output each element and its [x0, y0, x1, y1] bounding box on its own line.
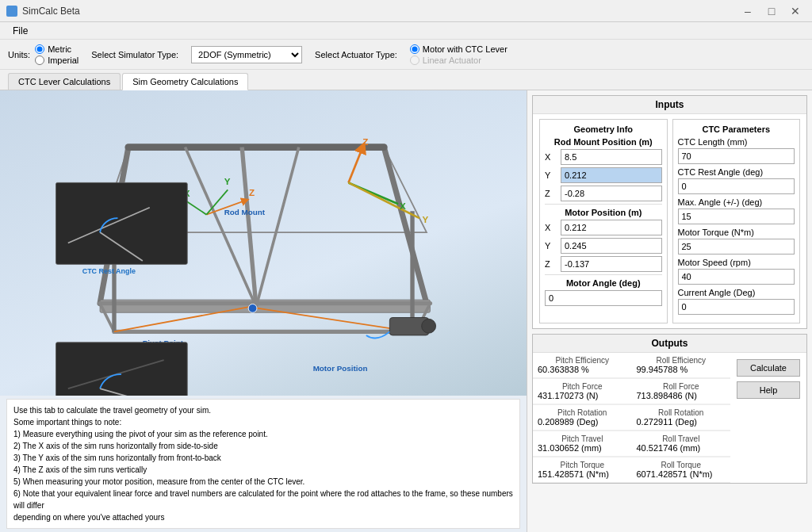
inputs-panel: Inputs Geometry Info Rod Mount Position … — [532, 95, 807, 329]
motor-x-input[interactable] — [561, 220, 662, 235]
svg-text:Y: Y — [224, 176, 231, 186]
tabs-bar: CTC Lever Calculations Sim Geometry Calc… — [0, 70, 812, 90]
info-line3: 1) Measure everything using the pivot of… — [13, 428, 513, 440]
motor-x-label: X — [545, 223, 557, 232]
rod-y-label: Y — [545, 170, 557, 180]
ctc-rest-field: CTC Rest Angle (deg) — [678, 167, 795, 194]
svg-line-17 — [186, 201, 207, 215]
motor-torque-input[interactable] — [678, 239, 795, 255]
metric-radio[interactable] — [35, 44, 44, 54]
pitch-eff-label: Pitch Efficiency — [538, 356, 627, 365]
geometry-info-panel: Geometry Info Rod Mount Position (m) X Y… — [539, 119, 668, 323]
calculate-button[interactable]: Calculate — [737, 359, 800, 377]
ctc-params-panel: CTC Parameters CTC Length (mm) CTC Rest … — [672, 119, 801, 323]
pitch-force-value: 431.170273 (N) — [538, 391, 627, 400]
pitch-force-cell: Pitch Force 431.170273 (N) — [533, 379, 632, 404]
tab-ctc-lever[interactable]: CTC Lever Calculations — [8, 73, 121, 90]
rod-x-label: X — [545, 152, 557, 162]
info-line7: 5) When measuring your motor position, m… — [13, 476, 513, 488]
svg-text:Motor Position: Motor Position — [313, 364, 368, 373]
minimize-button[interactable]: – — [737, 3, 758, 19]
motor-z-label: Z — [545, 259, 557, 269]
linear-radio[interactable] — [410, 55, 419, 65]
roll-torque-cell: Roll Torque 6071.428571 (N*m) — [632, 457, 731, 483]
info-line5: 3) The Y axis of the sim runs horizontal… — [13, 452, 513, 464]
geometry-info-title: Geometry Info — [545, 124, 662, 134]
imperial-radio[interactable] — [35, 55, 44, 65]
actuator-radio-group: Motor with CTC Lever Linear Actuator — [410, 44, 508, 65]
sim-type-select[interactable]: 2DOF (Symmetric) 2DOF (Asymmetric) 3DOF — [191, 46, 302, 63]
outputs-title: Outputs — [533, 335, 806, 353]
svg-text:Rod Mount: Rod Mount — [224, 208, 266, 216]
inputs-title: Inputs — [533, 96, 806, 114]
motor-ctc-label[interactable]: Motor with CTC Lever — [410, 44, 508, 54]
max-angle-input[interactable] — [678, 209, 795, 224]
info-text: Use this tab to calculate the travel geo… — [6, 399, 520, 529]
window-controls: – □ ✕ — [737, 3, 806, 19]
svg-text:X: X — [400, 201, 406, 211]
rod-z-input[interactable] — [561, 186, 662, 201]
action-buttons: Calculate Help — [730, 353, 806, 483]
maximize-button[interactable]: □ — [761, 3, 782, 19]
rod-y-input[interactable] — [561, 167, 662, 183]
outputs-row-travel: Pitch Travel 31.030652 (mm) Roll Travel … — [533, 431, 730, 457]
motor-z-input[interactable] — [561, 256, 662, 272]
outputs-row-eff: Pitch Efficiency 60.363838 % Roll Effici… — [533, 353, 730, 379]
roll-eff-value: 99.945788 % — [637, 365, 726, 374]
outputs-grid-container: Pitch Efficiency 60.363838 % Roll Effici… — [533, 353, 730, 483]
roll-eff-cell: Roll Efficiency 99.945788 % — [632, 353, 731, 378]
ctc-rest-input[interactable] — [678, 178, 795, 194]
svg-rect-38 — [56, 343, 188, 396]
help-button[interactable]: Help — [737, 381, 800, 399]
motor-ctc-radio[interactable] — [410, 44, 419, 54]
rod-z-row: Z — [545, 186, 662, 201]
close-button[interactable]: ✕ — [785, 3, 806, 19]
motor-y-row: Y — [545, 238, 662, 254]
current-angle-input[interactable] — [678, 299, 795, 315]
pitch-torque-value: 151.428571 (N*m) — [538, 469, 627, 479]
imperial-radio-label[interactable]: Imperial — [35, 55, 79, 65]
outputs-row-torque: Pitch Torque 151.428571 (N*m) Roll Torqu… — [533, 457, 730, 483]
linear-actuator-label[interactable]: Linear Actuator — [410, 55, 508, 65]
pitch-torque-label: Pitch Torque — [538, 461, 627, 469]
motor-angle-input[interactable] — [545, 290, 662, 306]
info-line9: depending on where you've attached yours — [13, 511, 513, 523]
toolbar: Units: Metric Imperial Select Simulator … — [0, 40, 812, 70]
roll-force-label: Roll Force — [637, 382, 726, 391]
pitch-eff-value: 60.363838 % — [538, 365, 627, 374]
motor-angle-row — [545, 290, 662, 306]
outputs-row-force: Pitch Force 431.170273 (N) Roll Force 71… — [533, 379, 730, 405]
ctc-rest-label: CTC Rest Angle (deg) — [678, 167, 795, 177]
tab-sim-geometry[interactable]: Sim Geometry Calculations — [122, 73, 248, 90]
motor-speed-input[interactable] — [678, 269, 795, 285]
pitch-travel-label: Pitch Travel — [538, 434, 627, 443]
pitch-force-label: Pitch Force — [538, 382, 627, 391]
units-label: Units: — [8, 50, 30, 59]
file-menu[interactable]: File — [6, 24, 34, 38]
pitch-rot-label: Pitch Rotation — [538, 408, 627, 417]
svg-line-2 — [384, 147, 427, 304]
rod-x-input[interactable] — [561, 149, 662, 165]
outputs-panel: Outputs Pitch Efficiency 60.363838 % Rol… — [532, 334, 807, 484]
svg-point-22 — [248, 304, 257, 313]
motor-speed-label: Motor Speed (rpm) — [678, 258, 795, 267]
actuator-type-label: Select Actuator Type: — [315, 50, 397, 59]
roll-torque-value: 6071.428571 (N*m) — [637, 469, 726, 479]
current-angle-label: Current Angle (Deg) — [678, 288, 795, 297]
units-group: Units: Metric Imperial — [8, 44, 79, 65]
roll-rot-cell: Roll Rotation 0.272911 (Deg) — [632, 405, 731, 431]
roll-travel-value: 40.521746 (mm) — [637, 443, 726, 453]
svg-rect-34 — [56, 182, 188, 264]
motor-y-input[interactable] — [561, 238, 662, 254]
main-content: Z X Y Z X Y Rod Mount Pivot Point Motor … — [0, 90, 812, 532]
info-line1: Use this tab to calculate the travel geo… — [13, 404, 513, 416]
rod-mount-title: Rod Mount Position (m) — [545, 137, 662, 147]
pitch-travel-value: 31.030652 (mm) — [538, 443, 627, 453]
ctc-length-input[interactable] — [678, 148, 795, 164]
svg-text:Z: Z — [362, 136, 368, 147]
metric-radio-label[interactable]: Metric — [35, 44, 79, 54]
motor-torque-field: Motor Torque (N*m) — [678, 228, 795, 255]
motor-x-row: X — [545, 220, 662, 235]
current-angle-field: Current Angle (Deg) — [678, 288, 795, 315]
ctc-length-field: CTC Length (mm) — [678, 137, 795, 164]
